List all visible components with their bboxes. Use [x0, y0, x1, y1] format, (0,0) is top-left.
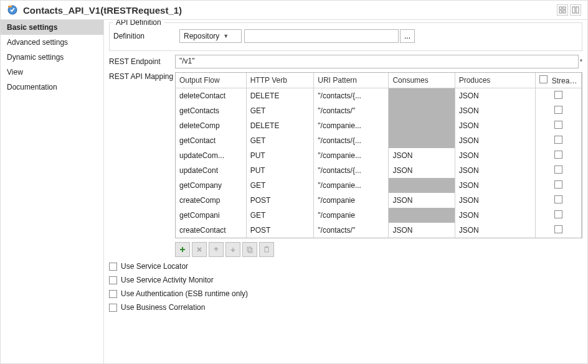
col-streaming[interactable]: Streami [536, 73, 582, 88]
sidebar-item-documentation[interactable]: Documentation [1, 80, 103, 95]
sidebar-item-view[interactable]: View [1, 65, 103, 80]
add-row-button[interactable] [175, 242, 190, 257]
col-produces[interactable]: Produces [455, 73, 535, 88]
cell-consumes[interactable]: JSON [389, 163, 455, 178]
cell-streaming[interactable] [536, 118, 582, 133]
cell-produces[interactable]: JSON [455, 103, 535, 118]
cell-streaming[interactable] [536, 163, 582, 178]
cell-verb[interactable]: GET [246, 103, 314, 118]
cell-flow[interactable]: getCompani [176, 208, 246, 223]
cell-consumes[interactable] [389, 118, 455, 133]
cell-uri[interactable]: "/contacts/{... [314, 88, 389, 104]
cell-consumes[interactable] [389, 133, 455, 148]
use-service-activity-monitor-checkbox[interactable] [109, 276, 117, 284]
cell-flow[interactable]: createComp [176, 193, 246, 208]
cell-consumes[interactable] [389, 178, 455, 193]
cell-streaming[interactable] [536, 133, 582, 148]
rest-endpoint-field[interactable]: "/v1" [175, 55, 579, 68]
cell-streaming[interactable] [536, 88, 582, 104]
use-authentication-checkbox[interactable] [109, 290, 117, 298]
stream-checkbox[interactable] [554, 195, 562, 203]
cell-uri[interactable]: "/companie... [314, 118, 389, 133]
col-uri-pattern[interactable]: URI Pattern [314, 73, 389, 88]
cell-uri[interactable]: "/contacts/" [314, 223, 389, 238]
cell-flow[interactable]: getCompany [176, 178, 246, 193]
cell-uri[interactable]: "/contacts/{... [314, 133, 389, 148]
stream-checkbox[interactable] [554, 106, 562, 114]
table-row[interactable]: getCompanyGET"/companie...JSON [176, 178, 582, 193]
cell-streaming[interactable] [536, 193, 582, 208]
use-service-locator-checkbox[interactable] [109, 263, 117, 271]
use-business-correlation-checkbox[interactable] [109, 304, 117, 312]
cell-produces[interactable]: JSON [455, 208, 535, 223]
cell-flow[interactable]: createContact [176, 223, 246, 238]
cell-flow[interactable]: deleteContact [176, 88, 246, 104]
copy-button[interactable] [242, 242, 257, 257]
col-output-flow[interactable]: Output Flow [176, 73, 246, 88]
view-split-button[interactable] [570, 4, 581, 16]
stream-checkbox[interactable] [554, 136, 562, 144]
definition-path-field[interactable] [244, 29, 399, 43]
cell-consumes[interactable]: JSON [389, 223, 455, 238]
cell-uri[interactable]: "/contacts/" [314, 103, 389, 118]
move-down-button[interactable] [225, 242, 240, 257]
cell-verb[interactable]: POST [246, 193, 314, 208]
cell-produces[interactable]: JSON [455, 118, 535, 133]
browse-button[interactable]: ... [400, 29, 415, 43]
table-row[interactable]: updateContPUT"/contacts/{...JSONJSON [176, 163, 582, 178]
sidebar-item-dynamic-settings[interactable]: Dynamic settings [1, 50, 103, 65]
move-up-button[interactable] [209, 242, 224, 257]
cell-verb[interactable]: GET [246, 133, 314, 148]
checkbox-icon[interactable] [539, 75, 548, 83]
stream-checkbox[interactable] [554, 210, 562, 218]
cell-verb[interactable]: GET [246, 178, 314, 193]
table-row[interactable]: getContactGET"/contacts/{...JSON [176, 133, 582, 148]
cell-consumes[interactable]: JSON [389, 148, 455, 163]
cell-consumes[interactable] [389, 208, 455, 223]
cell-produces[interactable]: JSON [455, 133, 535, 148]
cell-consumes[interactable]: JSON [389, 193, 455, 208]
table-row[interactable]: getCompaniGET"/companieJSON [176, 208, 582, 223]
cell-flow[interactable]: updateCont [176, 163, 246, 178]
sidebar-item-advanced-settings[interactable]: Advanced settings [1, 35, 103, 50]
cell-verb[interactable]: DELETE [246, 118, 314, 133]
cell-uri[interactable]: "/companie [314, 193, 389, 208]
definition-select[interactable]: Repository ▼ [179, 29, 242, 43]
cell-produces[interactable]: JSON [455, 193, 535, 208]
stream-checkbox[interactable] [554, 180, 562, 189]
sidebar-item-basic-settings[interactable]: Basic settings [1, 20, 103, 35]
view-grid-button[interactable] [557, 4, 568, 16]
cell-verb[interactable]: GET [246, 208, 314, 223]
cell-consumes[interactable] [389, 88, 455, 104]
cell-produces[interactable]: JSON [455, 163, 535, 178]
cell-streaming[interactable] [536, 223, 582, 238]
cell-uri[interactable]: "/companie... [314, 148, 389, 163]
cell-flow[interactable]: deleteComp [176, 118, 246, 133]
cell-streaming[interactable] [536, 103, 582, 118]
cell-streaming[interactable] [536, 178, 582, 193]
table-row[interactable]: createContactPOST"/contacts/"JSONJSON [176, 223, 582, 238]
table-row[interactable]: updateCom...PUT"/companie...JSONJSON [176, 148, 582, 163]
stream-checkbox[interactable] [554, 91, 562, 99]
cell-verb[interactable]: PUT [246, 148, 314, 163]
cell-uri[interactable]: "/contacts/{... [314, 163, 389, 178]
stream-checkbox[interactable] [554, 121, 562, 129]
cell-produces[interactable]: JSON [455, 223, 535, 238]
cell-verb[interactable]: PUT [246, 163, 314, 178]
cell-flow[interactable]: getContacts [176, 103, 246, 118]
cell-consumes[interactable] [389, 103, 455, 118]
cell-streaming[interactable] [536, 208, 582, 223]
cell-produces[interactable]: JSON [455, 148, 535, 163]
table-row[interactable]: createCompPOST"/companieJSONJSON [176, 193, 582, 208]
col-http-verb[interactable]: HTTP Verb [246, 73, 314, 88]
stream-checkbox[interactable] [554, 225, 562, 233]
cell-verb[interactable]: DELETE [246, 88, 314, 104]
cell-uri[interactable]: "/companie... [314, 178, 389, 193]
delete-row-button[interactable] [192, 242, 207, 257]
table-row[interactable]: getContactsGET"/contacts/"JSON [176, 103, 582, 118]
stream-checkbox[interactable] [554, 166, 562, 174]
col-consumes[interactable]: Consumes [389, 73, 455, 88]
table-row[interactable]: deleteContactDELETE"/contacts/{...JSON [176, 88, 582, 104]
cell-streaming[interactable] [536, 148, 582, 163]
cell-verb[interactable]: POST [246, 223, 314, 238]
